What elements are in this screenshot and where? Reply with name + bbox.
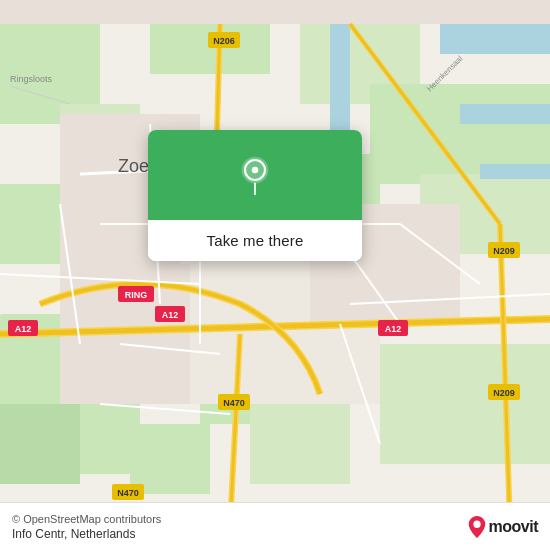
svg-point-73	[473, 520, 480, 527]
svg-text:N470: N470	[223, 398, 245, 408]
svg-rect-9	[250, 404, 350, 484]
svg-rect-2	[0, 404, 80, 484]
location-label: Info Centr, Netherlands	[12, 527, 161, 541]
svg-text:A12: A12	[162, 310, 179, 320]
popup-header	[148, 130, 362, 220]
svg-rect-21	[480, 164, 550, 179]
osm-attribution: © OpenStreetMap contributors	[12, 513, 161, 525]
moovit-branding: moovit	[468, 516, 538, 538]
svg-rect-18	[330, 24, 350, 144]
svg-rect-11	[380, 344, 550, 464]
map-background: A12 A12 A12 RING N206 N470 N470 N209 N20…	[0, 0, 550, 550]
svg-text:RING: RING	[125, 290, 148, 300]
location-pin-icon	[235, 155, 275, 195]
svg-text:N209: N209	[493, 246, 515, 256]
svg-point-72	[252, 167, 259, 174]
svg-rect-19	[440, 24, 550, 54]
svg-rect-7	[0, 184, 60, 264]
moovit-text-logo: moovit	[489, 518, 538, 536]
svg-text:A12: A12	[385, 324, 402, 334]
moovit-pin-icon	[468, 516, 486, 538]
svg-rect-20	[460, 104, 550, 124]
svg-text:N470: N470	[117, 488, 139, 498]
svg-text:N209: N209	[493, 388, 515, 398]
take-me-there-button[interactable]: Take me there	[148, 220, 362, 261]
svg-rect-10	[130, 424, 210, 494]
svg-text:N206: N206	[213, 36, 235, 46]
svg-text:Ringsloots: Ringsloots	[10, 74, 53, 84]
bottom-bar: © OpenStreetMap contributors Info Centr,…	[0, 502, 550, 550]
svg-rect-13	[150, 24, 270, 74]
svg-text:A12: A12	[15, 324, 32, 334]
map-container: A12 A12 A12 RING N206 N470 N470 N209 N20…	[0, 0, 550, 550]
popup-card: Take me there	[148, 130, 362, 261]
